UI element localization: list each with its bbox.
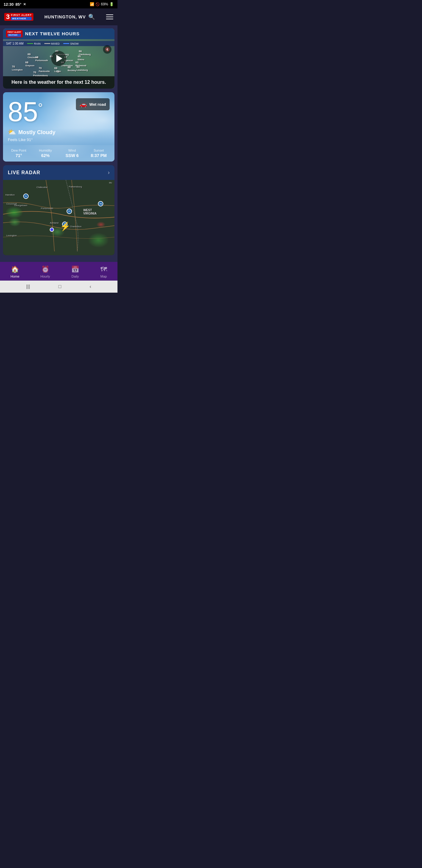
app-header: 3 FIRST ALERT WEATHER HUNTINGTON, WV 🔍 xyxy=(0,8,118,25)
wet-road-badge[interactable]: 🚗 Wet road xyxy=(76,98,110,110)
city-lexington: Lexington xyxy=(6,234,17,237)
temp-prestonsburg: 70Prestonsburg xyxy=(33,71,48,77)
legend-rain-dot xyxy=(27,43,33,44)
city-hamilton: Hamilton xyxy=(5,193,15,196)
city-west-virginia: WESTVIRGINIA xyxy=(83,209,96,215)
logo-first-alert-text: FIRST ALERT xyxy=(11,13,32,17)
video-subtitle-bar: SAT 1:00 AM RAIN MIXED SNOW xyxy=(3,41,115,46)
volume-icon: 🔇 xyxy=(105,47,110,52)
status-icon-x: ✕ xyxy=(23,2,26,6)
city-mc: Mc xyxy=(109,181,112,184)
precipitation-blob-red xyxy=(96,221,105,227)
weather-card: 85° 🚗 Wet road ⛅ Mostly Cloudy Feels Lik… xyxy=(3,92,115,161)
feels-like-text: Feels Like 91° xyxy=(8,137,110,142)
precipitation-blob-1 xyxy=(5,207,23,218)
legend-rain: RAIN xyxy=(27,42,41,45)
hamburger-line-1 xyxy=(106,14,113,15)
legend-mixed-dot xyxy=(44,43,50,44)
weather-top: 85° 🚗 Wet road xyxy=(3,92,115,128)
video-title: NEXT TWELVE HOURS xyxy=(25,31,79,36)
video-caption: Here is the weather for the next 12 hour… xyxy=(3,76,115,89)
map-nav-label: Map xyxy=(100,275,107,278)
highway-77-1: 77 xyxy=(67,209,72,214)
hamburger-line-3 xyxy=(106,19,113,19)
current-location-dot xyxy=(50,227,54,232)
logo-box: 3 FIRST ALERT WEATHER xyxy=(4,13,33,21)
play-button[interactable] xyxy=(51,51,66,66)
location-text: HUNTINGTON, WV xyxy=(44,14,86,19)
time-display: 12:30 xyxy=(4,2,13,7)
video-time: SAT 1:00 AM xyxy=(6,42,24,45)
first-alert-badge: FIRST ALERT WEATHER xyxy=(6,30,23,37)
degree-symbol: ° xyxy=(38,101,43,114)
temp-portsmouth: 68Portsmouth xyxy=(35,56,48,62)
battery-percent: 69% xyxy=(101,2,108,6)
condition-text: Mostly Cloudy xyxy=(19,129,56,135)
map-nav-icon: 🗺 xyxy=(100,266,107,273)
temp-elkins: 65Elkins xyxy=(78,55,84,61)
home-button[interactable]: □ xyxy=(59,284,61,289)
logo-container: 3 FIRST ALERT WEATHER xyxy=(4,13,33,21)
precipitation-blob-3 xyxy=(88,233,109,248)
main-content: 69Cincinnati 69Parkersburg 66Clarksburg … xyxy=(0,25,118,262)
city-ashland: Ashland xyxy=(50,221,59,224)
highway-71: 71 xyxy=(23,193,29,199)
logo-number: 3 xyxy=(6,13,10,20)
radar-card[interactable]: LIVE RADAR › xyxy=(3,165,115,255)
video-card: 69Cincinnati 69Parkersburg 66Clarksburg … xyxy=(3,28,115,89)
wet-road-text: Wet road xyxy=(90,102,106,107)
video-overlay-top: FIRST ALERT WEATHER NEXT TWELVE HOURS xyxy=(3,28,115,39)
legend-mixed: MIXED xyxy=(44,42,60,45)
status-left: 12:30 85° ✕ xyxy=(4,2,26,7)
logo-weather-text: WEATHER xyxy=(11,17,32,20)
condition-row: ⛅ Mostly Cloudy xyxy=(8,128,110,136)
city-chillicothe: Chillicothe xyxy=(36,186,47,189)
weather-condition: ⛅ Mostly Cloudy Feels Like 91° xyxy=(3,128,115,145)
hourly-nav-icon: ⏰ xyxy=(41,266,50,273)
temp-lewisburg: 63Lewisburg xyxy=(76,65,88,71)
video-thumbnail: 69Cincinnati 69Parkersburg 66Clarksburg … xyxy=(3,28,115,89)
temp-grayson: 68Grayson xyxy=(25,61,34,67)
nav-item-home[interactable]: 🏠 Home xyxy=(6,264,24,279)
bottom-navigation: 🏠 Home ⏰ Hourly 📅 Daily 🗺 Map xyxy=(0,262,118,281)
wifi-icon: 📶 xyxy=(90,2,94,6)
back-button[interactable]: ‹ xyxy=(90,284,91,289)
nav-item-daily[interactable]: 📅 Daily xyxy=(66,264,84,279)
temperature-status: 85° xyxy=(15,2,21,7)
temperature-value: 85 xyxy=(8,97,38,127)
status-right: 📶 🚫 69% 🔋 xyxy=(90,2,114,6)
daily-nav-icon: 📅 xyxy=(71,266,79,273)
system-navigation: ||| □ ‹ xyxy=(0,281,118,293)
temp-beckley: 68Beckley xyxy=(68,66,76,72)
precipitation-blob-2 xyxy=(9,218,21,227)
daily-nav-label: Daily xyxy=(71,275,78,278)
hourly-nav-label: Hourly xyxy=(40,275,50,278)
hamburger-line-2 xyxy=(106,17,113,17)
legend-snow: SNOW xyxy=(63,42,78,45)
menu-button[interactable] xyxy=(106,14,113,19)
location-display: HUNTINGTON, WV 🔍 xyxy=(44,13,95,20)
logo-text-group: FIRST ALERT WEATHER xyxy=(11,13,32,20)
radar-map[interactable]: Hamilton Cincinnati Chillicothe Parkersb… xyxy=(3,180,115,255)
city-charleston: Charleston xyxy=(70,225,82,228)
chevron-right-icon: › xyxy=(108,169,110,176)
search-icon[interactable]: 🔍 xyxy=(88,13,95,20)
home-nav-label: Home xyxy=(10,275,19,278)
lightning-icon: ⚡ xyxy=(60,221,70,231)
blocked-icon: 🚫 xyxy=(96,2,100,6)
radar-header[interactable]: LIVE RADAR › xyxy=(3,165,115,180)
nav-item-map[interactable]: 🗺 Map xyxy=(96,264,112,279)
battery-icon: 🔋 xyxy=(109,2,114,6)
status-bar: 12:30 85° ✕ 📶 🚫 69% 🔋 xyxy=(0,0,118,8)
play-triangle-icon xyxy=(56,55,62,62)
city-georgetown: Georgetown xyxy=(14,204,27,207)
nav-item-hourly[interactable]: ⏰ Hourly xyxy=(36,264,55,279)
legend-snow-dot xyxy=(63,43,69,44)
temp-lexington: 70Lexington xyxy=(12,65,23,71)
recent-apps-button[interactable]: ||| xyxy=(26,284,30,289)
volume-button[interactable]: 🔇 xyxy=(103,45,111,54)
city-portsmouth: Portsmouth xyxy=(41,207,53,210)
wet-road-icon: 🚗 xyxy=(79,101,87,108)
home-nav-icon: 🏠 xyxy=(11,266,19,273)
partly-cloudy-icon: ⛅ xyxy=(8,128,16,136)
